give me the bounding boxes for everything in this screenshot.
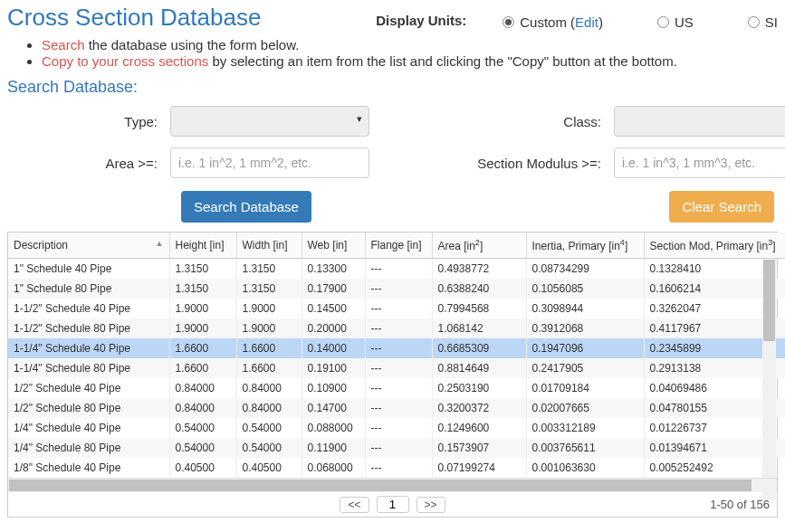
instruction-search: Search the database using the form below… xyxy=(42,37,778,52)
table-row[interactable]: 1-1/2" Schedule 40 Pipe1.90001.90000.145… xyxy=(8,299,785,318)
table-header-row: Description▲ Height [in] Width [in] Web … xyxy=(8,233,785,259)
table-cell: 0.1573907 xyxy=(432,438,526,458)
table-cell: 0.13300 xyxy=(302,259,365,280)
pager-prev-button[interactable]: << xyxy=(340,497,369,513)
section-modulus-input[interactable] xyxy=(614,147,785,178)
search-database-heading: Search Database: xyxy=(7,78,778,97)
table-row[interactable]: 1/4" Schedule 80 Pipe0.540000.540000.119… xyxy=(8,438,785,458)
table-cell: 1.6600 xyxy=(169,358,236,378)
table-cell: 0.2417905 xyxy=(526,358,644,378)
units-radio-group: Custom (Edit) US SI xyxy=(503,14,778,30)
table-cell: 1" Schedule 40 Pipe xyxy=(8,259,169,280)
col-flange[interactable]: Flange [in] xyxy=(365,233,432,259)
table-cell: 1.9000 xyxy=(236,318,302,338)
table-row[interactable]: 1-1/4" Schedule 80 Pipe1.66001.66000.191… xyxy=(8,358,785,378)
table-cell: 0.088000 xyxy=(302,418,365,438)
scrollbar-thumb[interactable] xyxy=(763,260,775,341)
table-cell: 1.6600 xyxy=(236,338,302,358)
col-height[interactable]: Height [in] xyxy=(169,233,236,259)
table-cell: 0.3200372 xyxy=(432,398,526,418)
table-cell: 0.4938772 xyxy=(432,259,526,280)
type-select[interactable] xyxy=(170,106,369,137)
pager-page-input[interactable] xyxy=(377,496,409,513)
radio-icon xyxy=(657,16,669,28)
table-cell: 0.3912068 xyxy=(526,318,644,338)
table-cell: 0.003765611 xyxy=(526,438,644,458)
table-cell: 1/8" Schedule 40 Pipe xyxy=(8,458,169,478)
table-cell: 0.14500 xyxy=(302,299,365,318)
table-cell: 0.6685309 xyxy=(432,338,526,358)
table-cell: 1.3150 xyxy=(169,279,236,299)
table-cell: 0.7994568 xyxy=(432,299,526,318)
table-cell: 0.2503190 xyxy=(432,378,526,398)
table-cell: --- xyxy=(365,398,432,418)
col-area[interactable]: Area [in2] xyxy=(432,233,526,259)
pager-range: 1-50 of 156 xyxy=(710,498,770,511)
table-cell: 1.6600 xyxy=(236,358,302,378)
col-inertia[interactable]: Inertia, Primary [in4] xyxy=(526,233,644,259)
units-custom-radio[interactable]: Custom (Edit) xyxy=(503,14,603,30)
table-row[interactable]: 1/8" Schedule 40 Pipe0.405000.405000.068… xyxy=(8,458,785,478)
table-cell: 0.1249600 xyxy=(432,418,526,438)
table-cell: 0.40500 xyxy=(169,458,236,478)
table-row[interactable]: 1" Schedule 40 Pipe1.31501.31500.13300--… xyxy=(8,259,785,280)
sort-asc-icon: ▲ xyxy=(156,239,164,248)
table-cell: 0.1056085 xyxy=(526,279,644,299)
table-row[interactable]: 1/2" Schedule 40 Pipe0.840000.840000.109… xyxy=(8,378,785,398)
table-cell: --- xyxy=(365,378,432,398)
table-cell: 0.84000 xyxy=(236,378,302,398)
search-database-button[interactable]: Search Database xyxy=(181,191,311,223)
area-label: Area >=: xyxy=(7,156,170,171)
table-row[interactable]: 1" Schedule 80 Pipe1.31501.31500.17900--… xyxy=(8,279,785,299)
table-cell: 1-1/4" Schedule 40 Pipe xyxy=(8,338,169,358)
vertical-scrollbar[interactable] xyxy=(762,260,776,500)
table-cell: 1/4" Schedule 40 Pipe xyxy=(8,418,169,438)
radio-icon xyxy=(503,16,514,28)
col-section-mod[interactable]: Section Mod, Primary [in3] xyxy=(644,233,785,259)
table-cell: 0.84000 xyxy=(169,378,236,398)
table-cell: 0.6388240 xyxy=(432,279,526,299)
table-cell: --- xyxy=(365,318,432,338)
table-cell: 0.3098944 xyxy=(526,299,644,318)
radio-icon xyxy=(748,16,760,28)
horizontal-scrollbar[interactable] xyxy=(8,478,777,492)
table-cell: 1-1/4" Schedule 80 Pipe xyxy=(8,358,169,378)
class-label: Class: xyxy=(433,114,614,129)
table-row[interactable]: 1/4" Schedule 40 Pipe0.540000.540000.088… xyxy=(8,418,785,438)
units-us-radio[interactable]: US xyxy=(657,14,694,30)
table-cell: 1.068142 xyxy=(432,318,526,338)
clear-search-button[interactable]: Clear Search xyxy=(669,191,774,223)
table-cell: 0.02007665 xyxy=(526,398,644,418)
units-edit-link[interactable]: Edit xyxy=(575,14,598,30)
table-cell: 1-1/2" Schedule 80 Pipe xyxy=(8,318,169,338)
col-width[interactable]: Width [in] xyxy=(236,233,302,259)
area-input[interactable] xyxy=(170,147,369,178)
table-cell: 1/2" Schedule 40 Pipe xyxy=(8,378,169,398)
table-cell: 0.003312189 xyxy=(526,418,644,438)
table-cell: 0.08734299 xyxy=(526,259,644,280)
table-cell: 1" Schedule 80 Pipe xyxy=(8,279,169,299)
units-si-radio[interactable]: SI xyxy=(748,14,778,30)
pager-next-button[interactable]: >> xyxy=(416,497,445,513)
display-units-label: Display Units: xyxy=(376,13,466,28)
table-cell: 0.001063630 xyxy=(526,458,644,478)
table-cell: --- xyxy=(365,299,432,318)
col-description[interactable]: Description▲ xyxy=(8,233,169,259)
class-select[interactable] xyxy=(614,106,785,137)
table-cell: 0.01709184 xyxy=(526,378,644,398)
table-cell: 1/4" Schedule 80 Pipe xyxy=(8,438,169,458)
page-title: Cross Section Database xyxy=(7,4,261,32)
col-web[interactable]: Web [in] xyxy=(302,233,365,259)
table-row[interactable]: 1/2" Schedule 80 Pipe0.840000.840000.147… xyxy=(8,398,785,418)
table-cell: --- xyxy=(365,458,432,478)
scrollbar-thumb[interactable] xyxy=(9,480,751,491)
table-row[interactable]: 1-1/2" Schedule 80 Pipe1.90001.90000.200… xyxy=(8,318,785,338)
table-cell: 1.3150 xyxy=(236,259,302,280)
table-cell: 0.84000 xyxy=(169,398,236,418)
table-cell: 1.9000 xyxy=(169,318,236,338)
table-cell: --- xyxy=(365,438,432,458)
results-grid: Description▲ Height [in] Width [in] Web … xyxy=(7,232,778,518)
table-cell: 1/2" Schedule 80 Pipe xyxy=(8,398,169,418)
table-cell: --- xyxy=(365,338,432,358)
table-row[interactable]: 1-1/4" Schedule 40 Pipe1.66001.66000.140… xyxy=(8,338,785,358)
